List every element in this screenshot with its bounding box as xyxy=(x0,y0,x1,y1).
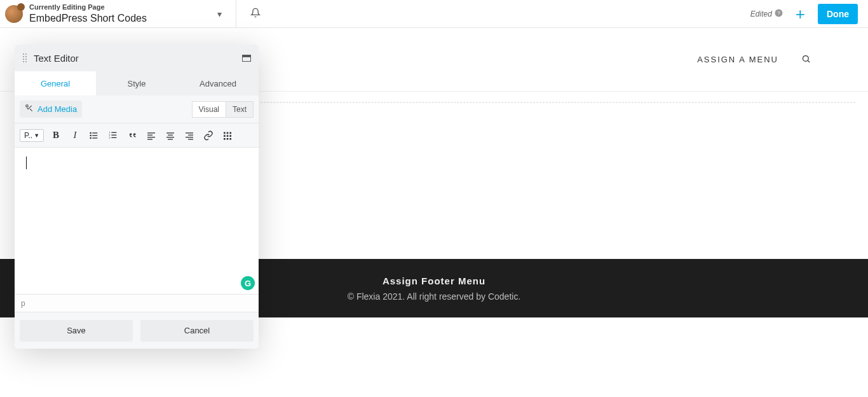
svg-rect-28 xyxy=(188,139,193,139)
add-media-label: Add Media xyxy=(37,104,77,114)
svg-line-3 xyxy=(808,60,810,62)
align-center-button[interactable] xyxy=(163,129,177,143)
svg-rect-12 xyxy=(111,132,116,132)
edited-label: Edited xyxy=(750,10,772,18)
svg-rect-14 xyxy=(111,134,116,135)
numbered-list-button[interactable]: 123 xyxy=(106,129,120,143)
notifications-bell-icon[interactable] xyxy=(250,8,261,20)
beaver-logo-icon xyxy=(5,5,23,23)
paragraph-select-label: P.. xyxy=(24,131,32,140)
svg-rect-24 xyxy=(168,139,173,139)
editor-content-area[interactable]: G xyxy=(15,148,259,294)
svg-rect-32 xyxy=(224,135,226,137)
svg-point-9 xyxy=(90,137,92,139)
add-content-button[interactable]: + xyxy=(796,6,805,22)
grammarly-icon[interactable]: G xyxy=(241,276,255,290)
tab-advanced[interactable]: Advanced xyxy=(177,71,259,95)
page-dropdown-chevron-icon[interactable]: ▾ xyxy=(217,9,222,19)
bulleted-list-button[interactable] xyxy=(87,129,101,143)
page-title: EmbedPress Short Codes xyxy=(29,12,207,24)
page-info: Currently Editing Page EmbedPress Short … xyxy=(29,3,207,24)
svg-rect-37 xyxy=(229,138,231,140)
svg-rect-29 xyxy=(224,132,226,134)
editor-mode-visual[interactable]: Visual xyxy=(192,101,226,118)
blockquote-button[interactable] xyxy=(125,129,139,143)
svg-rect-18 xyxy=(147,134,153,135)
svg-point-7 xyxy=(90,134,92,136)
svg-rect-30 xyxy=(227,132,229,134)
save-button[interactable]: Save xyxy=(20,320,133,342)
search-icon[interactable] xyxy=(801,54,811,66)
element-path[interactable]: p xyxy=(21,299,25,308)
panel-tabs: General Style Advanced xyxy=(15,71,259,95)
svg-rect-35 xyxy=(224,138,226,140)
format-toolbar: P.. ▼ B I 123 xyxy=(15,123,259,148)
drag-grip-icon[interactable] xyxy=(22,53,27,63)
editor-mode-tabs: Visual Text xyxy=(192,101,254,118)
svg-rect-8 xyxy=(92,135,97,136)
media-icon xyxy=(25,104,34,115)
svg-rect-33 xyxy=(227,135,229,137)
done-button[interactable]: Done xyxy=(818,4,858,24)
cancel-button[interactable]: Cancel xyxy=(140,320,254,342)
toolbar-toggle-button[interactable] xyxy=(220,129,234,143)
text-editor-panel: Text Editor General Style Advanced Add M… xyxy=(15,45,259,349)
panel-title: Text Editor xyxy=(34,53,236,64)
svg-rect-17 xyxy=(147,132,155,133)
svg-rect-31 xyxy=(229,132,231,134)
media-toolbar: Add Media Visual Text xyxy=(15,95,259,123)
svg-rect-22 xyxy=(168,134,173,135)
link-button[interactable] xyxy=(201,129,215,143)
svg-rect-36 xyxy=(227,138,229,140)
italic-button[interactable]: I xyxy=(68,129,82,143)
currently-editing-label: Currently Editing Page xyxy=(29,3,207,11)
bold-button[interactable]: B xyxy=(49,129,63,143)
panel-actions: Save Cancel xyxy=(15,312,259,349)
svg-point-4 xyxy=(26,105,29,108)
align-left-button[interactable] xyxy=(144,129,158,143)
svg-rect-25 xyxy=(186,132,193,133)
assign-menu-link[interactable]: ASSIGN A MENU xyxy=(697,55,778,64)
svg-rect-27 xyxy=(186,137,193,137)
panel-header[interactable]: Text Editor xyxy=(15,45,259,71)
align-right-button[interactable] xyxy=(182,129,196,143)
svg-rect-20 xyxy=(147,139,153,139)
text-cursor xyxy=(26,157,27,169)
tab-style[interactable]: Style xyxy=(96,71,177,95)
tab-general[interactable]: General xyxy=(15,71,96,95)
add-media-button[interactable]: Add Media xyxy=(20,101,82,118)
svg-rect-19 xyxy=(147,137,155,137)
layout-ghost-outline xyxy=(261,102,855,267)
caret-down-icon: ▼ xyxy=(34,132,39,139)
paragraph-format-select[interactable]: P.. ▼ xyxy=(20,129,44,142)
top-bar: Currently Editing Page EmbedPress Short … xyxy=(0,0,868,28)
svg-rect-23 xyxy=(166,137,174,137)
svg-point-2 xyxy=(803,55,809,61)
editor-mode-text[interactable]: Text xyxy=(226,101,254,118)
maximize-icon[interactable] xyxy=(242,55,251,62)
help-icon[interactable]: ? xyxy=(775,9,783,19)
svg-rect-21 xyxy=(166,132,174,133)
svg-rect-6 xyxy=(92,132,97,133)
editor-status-bar: p xyxy=(15,294,259,312)
svg-rect-26 xyxy=(188,134,193,135)
svg-rect-16 xyxy=(111,137,116,137)
edited-status: Edited ? xyxy=(750,9,783,19)
svg-point-5 xyxy=(90,132,92,134)
svg-text:?: ? xyxy=(777,10,780,16)
divider xyxy=(236,0,236,28)
svg-rect-34 xyxy=(229,135,231,137)
svg-rect-10 xyxy=(92,137,97,138)
svg-text:3: 3 xyxy=(109,136,111,139)
